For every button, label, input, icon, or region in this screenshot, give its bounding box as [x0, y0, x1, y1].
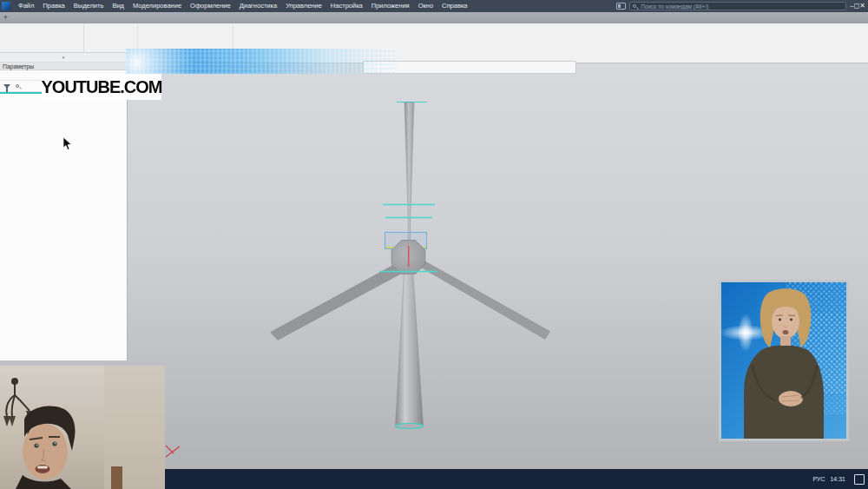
new-tab-button[interactable]: + — [0, 12, 11, 23]
menu-item[interactable]: Файл — [14, 0, 38, 12]
view-toolbar — [363, 61, 576, 74]
document-tab-bar: + — [0, 12, 868, 23]
titlebar-right: –◻✕ — [616, 0, 868, 12]
language-indicator[interactable]: РУС — [812, 476, 825, 482]
menu-item[interactable]: Выделить — [69, 0, 108, 12]
menu-item[interactable]: Окно — [414, 0, 437, 12]
webcam-video — [0, 366, 165, 489]
sign-language-interpreter-video — [719, 280, 849, 441]
tree-search-icon[interactable] — [16, 84, 19, 88]
mouse-cursor — [62, 137, 72, 151]
watermark-text: YOUTUBE.COM — [42, 76, 162, 97]
panel-collapse-chevron-icon[interactable]: ▾ — [0, 53, 127, 63]
search-input[interactable] — [639, 3, 843, 10]
menu-item[interactable]: Вид — [108, 0, 128, 12]
watermark: YOUTUBE.COM — [42, 74, 161, 100]
menu-item[interactable]: Справка — [437, 0, 471, 12]
drawing-column — [138, 23, 233, 57]
menu-bar: ФайлПравкаВыделитьВидМоделированиеОформл… — [14, 0, 472, 12]
menu-item[interactable]: Моделирование — [128, 0, 186, 12]
app-logo-icon — [2, 2, 10, 10]
menu-item[interactable]: Настройка — [326, 0, 367, 12]
menu-item[interactable]: Приложения — [367, 0, 414, 12]
command-search[interactable] — [629, 2, 846, 10]
screen: ФайлПравкаВыделитьВидМоделированиеОформл… — [0, 0, 868, 489]
clock[interactable]: 14:31 — [830, 476, 845, 482]
search-icon — [633, 4, 636, 8]
menu-item[interactable]: Правка — [38, 0, 69, 12]
panel-layout-icon[interactable] — [616, 3, 626, 10]
window-buttons: –◻✕ — [850, 0, 865, 12]
door-frame — [111, 466, 122, 489]
ribbon: ▾ — [0, 23, 868, 63]
filter-icon[interactable] — [3, 84, 10, 89]
panel-title: Параметры — [0, 63, 127, 70]
title-bar: ФайлПравкаВыделитьВидМоделированиеОформл… — [0, 0, 868, 12]
menu-item[interactable]: Управление — [281, 0, 326, 12]
close-button[interactable]: ✕ — [859, 2, 865, 10]
menu-item[interactable]: Оформление — [186, 0, 235, 12]
interpreter-hands — [779, 391, 803, 406]
notification-center-icon[interactable] — [854, 474, 865, 485]
menu-item[interactable]: Диагностика — [235, 0, 281, 12]
system-tray: РУС 14:31 — [807, 469, 868, 489]
